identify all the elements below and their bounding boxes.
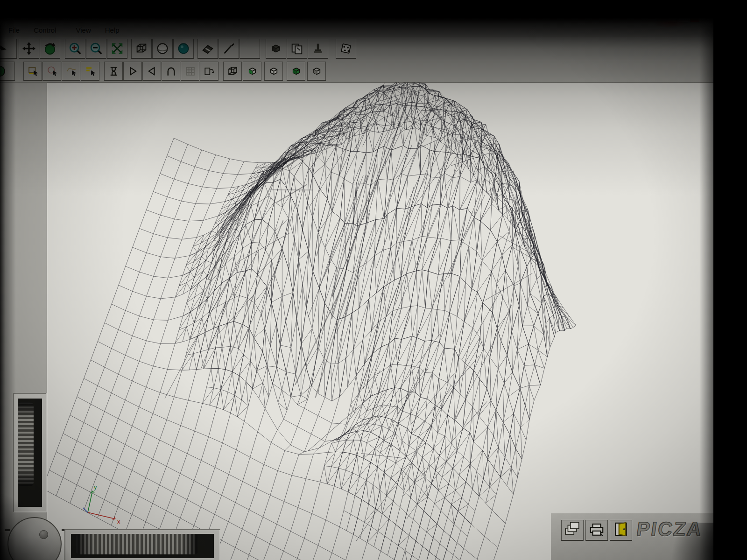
solid-cube-tool-button[interactable] (266, 39, 286, 59)
display-wire-cube-button[interactable] (223, 62, 242, 81)
grid-sq-icon (184, 65, 197, 77)
cube-pale-icon (268, 65, 280, 77)
pages-button[interactable] (561, 520, 584, 541)
tri-right-icon (127, 65, 139, 77)
zoom-in-icon (68, 42, 82, 56)
menu-bar: FileControlViewHelp (0, 23, 715, 37)
select-circle-tool-button[interactable] (42, 62, 61, 81)
object-tool-button[interactable] (308, 39, 328, 59)
eraser-icon (201, 42, 215, 56)
move-cross-icon (22, 42, 36, 56)
picza-logo: PICZA (635, 518, 705, 540)
photographed-monitor: FileControlViewHelp yx PICZA (0, 0, 747, 560)
cursor-part-icon (0, 42, 14, 56)
cube-dark-icon (269, 42, 283, 56)
wheel-roller[interactable] (76, 534, 198, 554)
blank-tool-button[interactable] (240, 39, 260, 59)
play-right-tool-button[interactable] (123, 62, 142, 81)
select-rect-icon (27, 65, 39, 77)
toolbar-secondary (0, 60, 715, 83)
display-green-face-button[interactable] (243, 62, 261, 81)
sphere-solid-icon (176, 42, 190, 56)
scanned-mesh-wireframe: yx (47, 82, 715, 560)
figure-icon (311, 42, 325, 56)
shaded-view-button[interactable] (173, 39, 194, 59)
dial-knob[interactable] (39, 530, 48, 539)
dice-icon (339, 42, 353, 56)
vertical-rotation-wheel[interactable] (13, 393, 47, 512)
mirror-icon (107, 65, 120, 77)
tri-left-icon (146, 65, 158, 77)
cube-shade-icon (310, 65, 323, 77)
green-part-icon (0, 65, 12, 77)
select-label-icon (84, 65, 97, 77)
minimize-window-button[interactable] (668, 15, 677, 22)
copy-pages-icon (290, 42, 304, 56)
select-free-icon (65, 65, 78, 77)
toolbar-main (0, 37, 715, 60)
play-left-tool-button[interactable] (142, 62, 161, 81)
display-pale-cube-button[interactable] (264, 62, 283, 81)
zoom-fit-tool-button[interactable] (107, 39, 127, 59)
wireframe-view-button[interactable] (131, 39, 152, 59)
printer-icon (589, 521, 605, 539)
print-button[interactable] (585, 520, 608, 541)
dial-tick-left (5, 529, 10, 531)
pen-tool-button[interactable] (218, 39, 239, 59)
exit-button[interactable] (610, 520, 632, 541)
move-tool-button[interactable] (19, 39, 39, 59)
select-label-tool-button[interactable] (81, 62, 99, 81)
mirror-tool-button[interactable] (104, 62, 123, 81)
menu-control[interactable]: Control (34, 23, 56, 37)
close-window-button[interactable] (690, 15, 699, 22)
erase-tool-button[interactable] (197, 39, 218, 59)
blank-icon (243, 42, 257, 56)
display-green-cube-button[interactable] (287, 62, 305, 81)
green-edge-tool-button[interactable] (0, 62, 15, 81)
dice-tool-button[interactable] (336, 39, 356, 59)
rotate-ball-icon (43, 42, 57, 56)
cube-green-face-icon (246, 65, 259, 77)
pen-icon (222, 42, 236, 56)
cube-green-icon (290, 65, 303, 77)
arch-icon (165, 65, 177, 77)
grid-tool-button[interactable] (181, 62, 199, 81)
pages-stack-icon (564, 521, 580, 539)
zoom-fit-icon (110, 42, 124, 56)
select-rect-tool-button[interactable] (23, 62, 42, 81)
copy-pages-tool-button[interactable] (287, 39, 307, 59)
rotate-tool-button[interactable] (40, 39, 60, 59)
window-titlebar (0, 13, 715, 23)
exit-door-icon (613, 521, 629, 539)
bottom-right-panel: PICZA (551, 513, 715, 560)
monitor-bezel-right (713, 0, 747, 560)
horizontal-rotation-wheel[interactable] (64, 529, 220, 560)
svg-text:x: x (117, 518, 120, 525)
zoom-out-icon (89, 42, 103, 56)
select-free-tool-button[interactable] (62, 62, 80, 81)
unfold-icon (203, 65, 216, 77)
select-circle-icon (46, 65, 58, 77)
cube-wire-icon (134, 42, 148, 56)
arch-tool-button[interactable] (162, 62, 180, 81)
menu-file[interactable]: File (8, 23, 20, 37)
axis-indicator: yx (83, 483, 120, 525)
select-cursor-tool-button[interactable] (0, 39, 17, 59)
display-shaded-cube-button[interactable] (307, 62, 326, 81)
sphere-wire-icon (155, 42, 169, 56)
cube-wire-icon (226, 65, 239, 77)
menu-help[interactable]: Help (105, 23, 120, 37)
model-viewport[interactable]: yx (47, 82, 715, 560)
svg-text:y: y (94, 483, 97, 490)
unfold-tool-button[interactable] (200, 62, 218, 81)
wheel-roller[interactable] (18, 402, 34, 486)
sphere-view-button[interactable] (152, 39, 173, 59)
zoom-in-tool-button[interactable] (65, 39, 85, 59)
maximize-window-button[interactable] (679, 15, 688, 22)
menu-view[interactable]: View (76, 23, 91, 37)
zoom-out-tool-button[interactable] (86, 39, 106, 59)
